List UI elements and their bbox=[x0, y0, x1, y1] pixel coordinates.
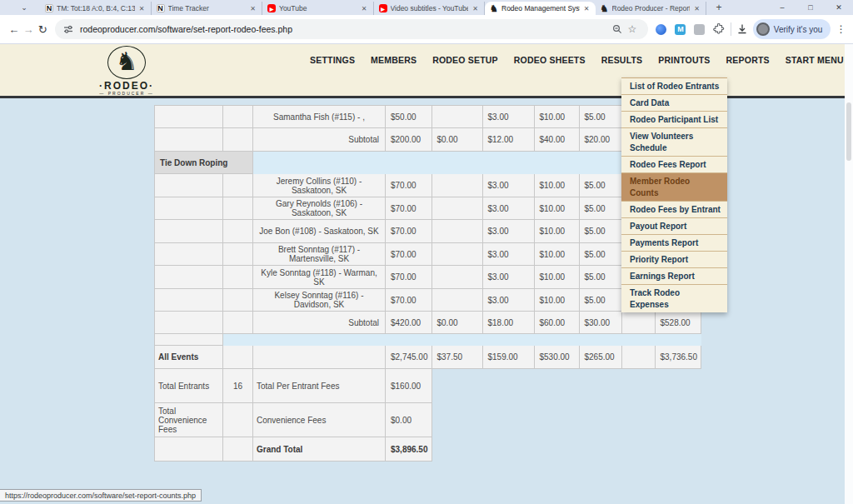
table-cell bbox=[155, 220, 223, 243]
table-cell: $5.00 bbox=[579, 266, 621, 289]
table-row-subtotal: Subtotal$420.00$0.00$18.00$60.00$30.00$5… bbox=[155, 312, 701, 334]
browser-tab[interactable]: ▶Video subtitles - YouTube Stud✕ bbox=[374, 2, 486, 15]
table-cell: $5.00 bbox=[579, 197, 621, 220]
browser-tab[interactable]: NTime Tracker✕ bbox=[152, 2, 263, 15]
youtube-favicon-icon: ▶ bbox=[267, 4, 276, 12]
table-cell: Joe Bon (#108) - Saskatoon, SK bbox=[253, 220, 386, 243]
table-cell: $5.00 bbox=[579, 106, 621, 128]
table-row-grand: Grand Total$3,896.50 bbox=[155, 437, 701, 462]
verify-its-you-button[interactable]: Verify it's you bbox=[753, 19, 831, 39]
table-cell: $70.00 bbox=[386, 174, 432, 197]
fees-table: Samantha Fish (#115) - ,$50.00$3.00$10.0… bbox=[154, 105, 701, 462]
menu-item-view-volunteers-schedule[interactable]: View Volunteers Schedule bbox=[621, 128, 727, 157]
table-cell: $5.00 bbox=[579, 220, 621, 243]
table-cell: $5.00 bbox=[579, 174, 621, 197]
menu-item-track-rodeo-expenses[interactable]: Track Rodeo Expenses bbox=[621, 285, 727, 312]
main-navigation: SETTINGSMEMBERSRODEO SETUPRODEO SHEETSRE… bbox=[310, 55, 844, 65]
table-cell: $3,896.50 bbox=[386, 437, 432, 462]
tab-strip: ⌄ NTM: Tot:18 A:0, B:4, C:13, D:0, E✕NTi… bbox=[0, 0, 853, 15]
nav-item-start-menu[interactable]: START MENU bbox=[786, 55, 844, 65]
table-row-entrant: Brett Sonntag (#117) - Martensville, SK$… bbox=[155, 243, 701, 266]
tab-close-icon[interactable]: ✕ bbox=[249, 5, 257, 12]
maximize-button[interactable]: □ bbox=[796, 0, 825, 15]
table-cell: $10.00 bbox=[534, 174, 579, 197]
bookmark-star-icon[interactable]: ☆ bbox=[625, 22, 640, 37]
scrollbar-thumb[interactable] bbox=[846, 102, 851, 161]
menu-item-payments-report[interactable]: Payments Report bbox=[621, 235, 727, 252]
table-cell bbox=[223, 334, 701, 346]
table-cell bbox=[223, 106, 253, 128]
zoom-indicator-icon[interactable] bbox=[610, 22, 625, 37]
table-cell bbox=[431, 403, 701, 437]
nav-item-results[interactable]: RESULTS bbox=[601, 55, 643, 65]
table-cell: Subtotal bbox=[253, 312, 386, 334]
menu-item-rodeo-participant-list[interactable]: Rodeo Participant List bbox=[621, 112, 727, 128]
browser-window: ⌄ NTM: Tot:18 A:0, B:4, C:13, D:0, E✕NTi… bbox=[0, 0, 853, 504]
table-cell bbox=[223, 243, 253, 266]
menu-item-earnings-report[interactable]: Earnings Report bbox=[621, 268, 727, 285]
table-cell: $159.00 bbox=[482, 346, 534, 369]
tab-close-icon[interactable]: ✕ bbox=[693, 5, 701, 12]
minimize-button[interactable]: – bbox=[768, 0, 796, 15]
back-button[interactable]: ← bbox=[7, 20, 21, 38]
menu-item-payout-report[interactable]: Payout Report bbox=[621, 218, 727, 235]
table-cell: $18.00 bbox=[482, 312, 534, 334]
nav-item-printouts[interactable]: PRINTOUTS bbox=[658, 55, 710, 65]
new-tab-button[interactable]: + bbox=[711, 1, 726, 14]
table-cell: Gary Reynolds (#106) - Saskatoon, SK bbox=[253, 197, 386, 220]
menu-item-rodeo-fees-by-entrant[interactable]: Rodeo Fees by Entrant bbox=[621, 202, 727, 218]
nav-item-settings[interactable]: SETTINGS bbox=[310, 55, 355, 65]
address-bar[interactable]: rodeoproducer.com/software/set-report-ro… bbox=[55, 19, 648, 39]
table-cell: $70.00 bbox=[386, 197, 432, 220]
table-cell: Kelsey Sonntag (#116) - Davidson, SK bbox=[253, 289, 386, 312]
nav-item-members[interactable]: MEMBERS bbox=[371, 55, 417, 65]
table-row-entrant: Gary Reynolds (#106) - Saskatoon, SK$70.… bbox=[155, 197, 701, 220]
reload-button[interactable]: ↻ bbox=[36, 20, 50, 38]
blue-extension-icon[interactable] bbox=[655, 22, 668, 36]
download-icon[interactable] bbox=[736, 22, 748, 36]
table-cell: $3.00 bbox=[482, 220, 534, 243]
nav-item-rodeo-setup[interactable]: RODEO SETUP bbox=[432, 55, 498, 65]
gray-extension-icon[interactable] bbox=[693, 22, 706, 36]
forward-button[interactable]: → bbox=[21, 20, 35, 38]
table-cell: Tie Down Roping bbox=[155, 152, 253, 174]
tab-close-icon[interactable]: ✕ bbox=[361, 5, 368, 12]
table-cell: $200.00 bbox=[386, 128, 432, 152]
browser-tab[interactable]: NTM: Tot:18 A:0, B:4, C:13, D:0, E✕ bbox=[40, 2, 152, 15]
table-cell: $420.00 bbox=[386, 312, 432, 334]
table-cell: $70.00 bbox=[386, 220, 432, 243]
menu-item-priority-report[interactable]: Priority Report bbox=[621, 252, 727, 268]
menu-item-rodeo-fees-report[interactable]: Rodeo Fees Report bbox=[621, 157, 727, 173]
table-cell bbox=[155, 289, 223, 312]
menu-item-member-rodeo-counts[interactable]: Member Rodeo Counts bbox=[621, 173, 727, 202]
rodeo-producer-logo: ♞ ·RODEO· — PRODUCER — bbox=[93, 46, 160, 96]
table-cell: $530.00 bbox=[534, 346, 579, 369]
table-cell bbox=[431, 266, 482, 289]
table-cell bbox=[223, 174, 253, 197]
table-cell bbox=[223, 128, 253, 152]
menu-item-card-data[interactable]: Card Data bbox=[621, 95, 727, 112]
nav-item-reports[interactable]: REPORTS bbox=[726, 55, 770, 65]
browser-menu-icon[interactable]: ⋮ bbox=[836, 20, 846, 38]
menu-item-list-of-rodeo-entrants[interactable]: List of Rodeo Entrants bbox=[621, 78, 727, 95]
close-window-button[interactable]: ✕ bbox=[825, 0, 853, 15]
tab-search-chevron-icon[interactable]: ⌄ bbox=[12, 1, 37, 14]
table-cell bbox=[223, 197, 253, 220]
tab-close-icon[interactable]: ✕ bbox=[471, 5, 479, 12]
table-cell bbox=[155, 197, 223, 220]
table-cell: $0.00 bbox=[431, 312, 482, 334]
puzzle-extensions-icon[interactable] bbox=[712, 22, 726, 36]
page-scrollbar[interactable] bbox=[845, 44, 853, 504]
table-cell bbox=[431, 220, 482, 243]
table-row-entrant: Jeremy Collins (#110) - Saskatoon, SK$70… bbox=[155, 174, 701, 197]
browser-tab[interactable]: ♞Rodeo Producer - Reports - Ro✕ bbox=[596, 2, 707, 15]
tab-close-icon[interactable]: ✕ bbox=[138, 5, 146, 12]
browser-tab[interactable]: ▶YouTube✕ bbox=[262, 2, 374, 15]
site-info-icon[interactable] bbox=[63, 24, 73, 34]
tab-close-icon[interactable]: ✕ bbox=[583, 5, 591, 12]
browser-tab[interactable]: ♞Rodeo Management System - A✕ bbox=[485, 2, 596, 15]
window-controls: – □ ✕ bbox=[768, 0, 853, 15]
nav-item-rodeo-sheets[interactable]: RODEO SHEETS bbox=[514, 55, 586, 65]
m-extension-icon[interactable]: M bbox=[674, 22, 687, 36]
youtube-favicon-icon: ▶ bbox=[379, 4, 387, 12]
